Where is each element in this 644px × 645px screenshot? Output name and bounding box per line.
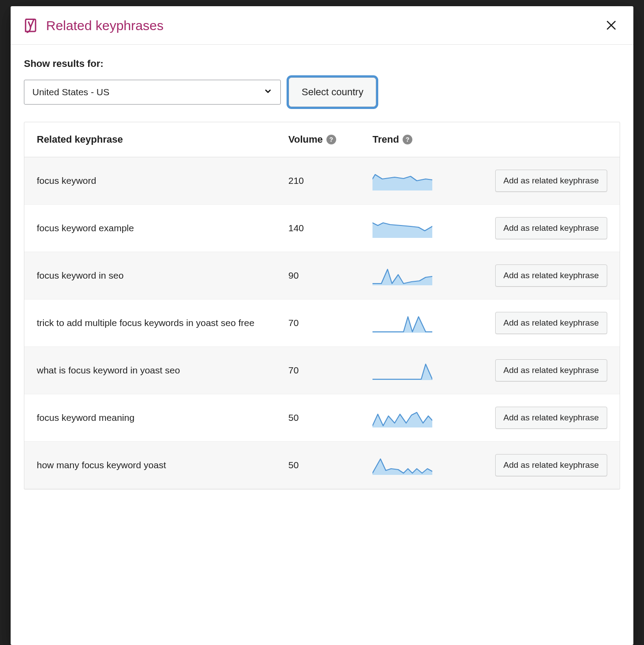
keyphrase-cell: how many focus keyword yoast (37, 459, 288, 471)
modal-header: Related keyphrases (11, 6, 633, 45)
table-row: what is focus keyword in yoast seo70Add … (24, 347, 620, 394)
volume-cell: 140 (288, 223, 372, 233)
chevron-down-icon (264, 87, 272, 98)
add-related-keyphrase-button[interactable]: Add as related keyphrase (495, 217, 607, 239)
col-trend-label: Trend (372, 134, 399, 145)
filter-row: United States - US Select country (24, 78, 620, 107)
add-related-keyphrase-button[interactable]: Add as related keyphrase (495, 407, 607, 429)
table-header-row: Related keyphrase Volume ? Trend ? (24, 122, 620, 157)
add-related-keyphrase-button[interactable]: Add as related keyphrase (495, 170, 607, 192)
svg-marker-0 (372, 175, 432, 190)
volume-cell: 50 (288, 460, 372, 470)
add-related-keyphrase-button[interactable]: Add as related keyphrase (495, 264, 607, 287)
country-select-value: United States - US (32, 87, 109, 97)
svg-marker-5 (372, 412, 432, 427)
modal-body: Show results for: United States - US Sel… (11, 45, 633, 645)
table-row: focus keyword example140Add as related k… (24, 205, 620, 252)
modal-title: Related keyphrases (46, 18, 163, 33)
modal-title-wrap: Related keyphrases (24, 18, 163, 33)
volume-cell: 70 (288, 318, 372, 328)
modal-backdrop: Related keyphrases Show results for: Uni… (0, 0, 644, 645)
table-row: trick to add multiple focus keywords in … (24, 299, 620, 347)
volume-cell: 50 (288, 412, 372, 423)
select-country-button[interactable]: Select country (289, 78, 376, 107)
close-button[interactable] (602, 17, 620, 35)
country-select[interactable]: United States - US (24, 80, 281, 105)
keyphrase-cell: trick to add multiple focus keywords in … (37, 317, 288, 329)
trend-sparkline (372, 266, 457, 285)
col-keyphrase: Related keyphrase (37, 134, 288, 145)
svg-marker-3 (372, 317, 432, 333)
table-row: focus keyword meaning50Add as related ke… (24, 394, 620, 442)
table-row: focus keyword in seo90Add as related key… (24, 252, 620, 299)
help-icon[interactable]: ? (403, 135, 412, 144)
trend-sparkline (372, 218, 457, 238)
close-icon (605, 19, 617, 32)
table-body: focus keyword210Add as related keyphrase… (24, 157, 620, 489)
filter-label: Show results for: (24, 58, 620, 70)
yoast-logo-icon (24, 18, 37, 33)
keyphrase-table: Related keyphrase Volume ? Trend ? focus… (24, 122, 620, 490)
trend-sparkline (372, 408, 457, 427)
keyphrase-cell: what is focus keyword in yoast seo (37, 364, 288, 377)
trend-sparkline (372, 171, 457, 190)
col-volume: Volume ? (288, 134, 372, 145)
trend-sparkline (372, 455, 457, 475)
trend-sparkline (372, 313, 457, 333)
col-trend: Trend ? (372, 134, 457, 145)
trend-sparkline (372, 361, 457, 380)
help-icon[interactable]: ? (326, 135, 336, 144)
col-volume-label: Volume (288, 134, 323, 145)
add-related-keyphrase-button[interactable]: Add as related keyphrase (495, 359, 607, 381)
table-row: how many focus keyword yoast50Add as rel… (24, 442, 620, 489)
keyphrase-cell: focus keyword meaning (37, 412, 288, 424)
volume-cell: 210 (288, 175, 372, 186)
add-related-keyphrase-button[interactable]: Add as related keyphrase (495, 454, 607, 476)
volume-cell: 70 (288, 365, 372, 376)
volume-cell: 90 (288, 270, 372, 281)
keyphrase-cell: focus keyword in seo (37, 269, 288, 282)
related-keyphrases-modal: Related keyphrases Show results for: Uni… (11, 6, 633, 645)
add-related-keyphrase-button[interactable]: Add as related keyphrase (495, 312, 607, 334)
keyphrase-cell: focus keyword example (37, 222, 288, 234)
table-row: focus keyword210Add as related keyphrase (24, 157, 620, 205)
keyphrase-cell: focus keyword (37, 175, 288, 187)
